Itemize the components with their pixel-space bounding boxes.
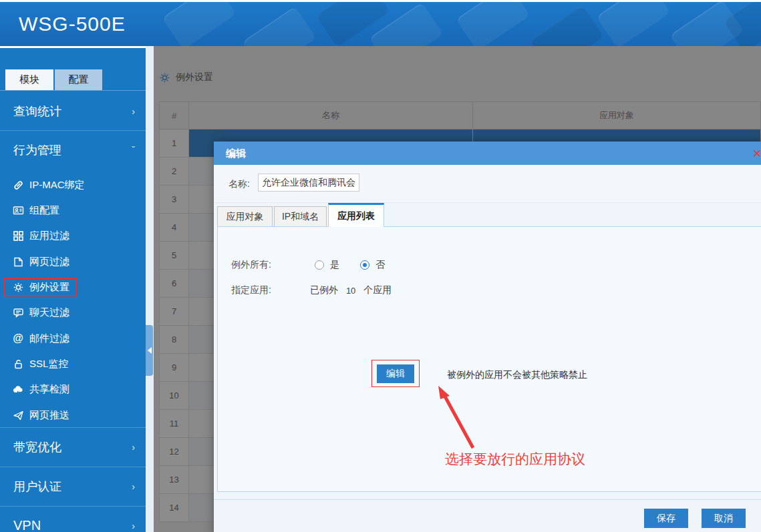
tab-label: 应用列表: [337, 210, 375, 222]
apps-icon: [12, 230, 24, 242]
edit-dialog-title: 编辑: [226, 148, 246, 160]
save-button[interactable]: 保存: [644, 509, 688, 528]
sidebar-item-label: 网页推送: [29, 409, 69, 422]
sidebar-item-label: 共享检测: [29, 383, 69, 396]
sidebar-collapse-handle[interactable]: [146, 325, 153, 376]
share-icon: [12, 383, 24, 395]
exception-note: 被例外的应用不会被其他策略禁止: [447, 369, 587, 381]
cancel-button[interactable]: 取消: [702, 509, 746, 528]
sidebar-item-ip-mac-binding[interactable]: IP-MAC绑定: [0, 172, 146, 198]
name-field-row: 名称:: [214, 165, 761, 203]
annotation-arrow-icon: [418, 384, 498, 454]
sidebar-tab-modules[interactable]: 模块: [5, 69, 53, 90]
sidebar-item-label: 邮件过滤: [29, 332, 69, 345]
webpage-icon: [12, 256, 24, 268]
sidebar-item-group-config[interactable]: 组配置: [0, 198, 146, 223]
chevron-right-icon: ›: [132, 521, 135, 531]
footer-divider: [214, 499, 761, 500]
tab-application-list[interactable]: 应用列表: [328, 203, 384, 227]
sidebar-tab-config-label: 配置: [69, 73, 89, 86]
edit-dialog: 编辑 ✕ 名称: 应用对象 IP和域名 应用列表 例外所有: 是 否: [214, 142, 761, 532]
edit-apps-button[interactable]: 编辑: [377, 364, 414, 383]
name-field-label: 名称:: [229, 178, 250, 190]
sidebar-section-behavior-mgmt[interactable]: 行为管理 ˇ: [0, 131, 146, 169]
sidebar-item-app-filter[interactable]: 应用过滤: [0, 223, 146, 248]
chevron-right-icon: ›: [132, 442, 135, 453]
sidebar-item-exception-settings[interactable]: 例外设置: [0, 274, 146, 300]
close-icon[interactable]: ✕: [752, 147, 761, 161]
specified-app-row: 指定应用: 已例外 10 个应用: [231, 284, 392, 296]
except-all-label: 例外所有:: [231, 259, 271, 271]
tab-application-target[interactable]: 应用对象: [217, 206, 273, 227]
sidebar-item-label: 组配置: [29, 204, 59, 217]
radio-yes[interactable]: [315, 260, 324, 270]
sidebar-section-bandwidth[interactable]: 带宽优化 ›: [0, 428, 146, 466]
section-label: 用户认证: [13, 479, 61, 495]
sidebar-item-label: 例外设置: [29, 281, 69, 294]
wsg-500e-window: WSG-500E 模块 配置 查询统计 › 行为管理 ˇ: [0, 0, 761, 532]
app-title: WSG-500E: [19, 13, 126, 35]
sidebar-item-mail-filter[interactable]: @ 邮件过滤: [0, 326, 146, 351]
section-label: VPN: [13, 518, 41, 532]
gear-icon: [12, 281, 24, 293]
edit-dialog-header: 编辑 ✕: [214, 142, 761, 165]
group-icon: [12, 204, 24, 216]
application-list-panel: 例外所有: 是 否 指定应用: 已例外 10 个应用 编辑 被例外的应用不会被其…: [217, 226, 761, 492]
link-icon: [12, 179, 24, 191]
at-icon: @: [12, 332, 24, 344]
sidebar-gap: [146, 46, 154, 532]
name-input[interactable]: [258, 174, 359, 192]
chevron-right-icon: ›: [132, 106, 135, 117]
sidebar-item-label: IP-MAC绑定: [29, 179, 85, 192]
specified-app-label: 指定应用:: [231, 284, 271, 296]
annotation-text: 选择要放行的应用协议: [445, 450, 585, 469]
sidebar-section-query-stats[interactable]: 查询统计 ›: [0, 92, 146, 130]
sidebar-item-label: 网页过滤: [29, 256, 69, 268]
chevron-down-icon: ˇ: [132, 145, 135, 156]
section-label: 带宽优化: [13, 439, 61, 455]
except-all-row: 例外所有: 是 否: [231, 259, 385, 271]
sidebar-tab-modules-label: 模块: [19, 73, 39, 86]
section-label: 查询统计: [13, 103, 61, 119]
chat-icon: [12, 306, 24, 318]
tab-ip-and-domain[interactable]: IP和域名: [274, 206, 327, 227]
send-icon: [12, 409, 24, 421]
collapse-arrow-icon: [148, 347, 152, 354]
sidebar-item-label: 聊天过滤: [29, 306, 69, 319]
excepted-count-suffix: 个应用: [363, 284, 392, 296]
radio-yes-label[interactable]: 是: [330, 259, 339, 271]
top-banner: WSG-500E: [0, 2, 761, 46]
sidebar-item-web-filter[interactable]: 网页过滤: [0, 249, 146, 274]
radio-no-label[interactable]: 否: [375, 259, 385, 271]
lock-icon: [12, 358, 24, 370]
sidebar-tabs-underline: [0, 90, 146, 91]
excepted-count-value: 10: [346, 286, 355, 296]
sidebar-tab-config[interactable]: 配置: [55, 69, 102, 90]
sidebar-item-share-detection[interactable]: 共享检测: [0, 376, 146, 402]
sidebar-item-ssl-monitor[interactable]: SSL监控: [0, 351, 146, 376]
sidebar-section-user-auth[interactable]: 用户认证 ›: [0, 467, 146, 505]
sidebar-item-web-push[interactable]: 网页推送: [0, 403, 146, 428]
radio-no[interactable]: [360, 260, 369, 270]
sidebar-section-vpn[interactable]: VPN ›: [0, 507, 146, 532]
sidebar: 模块 配置 查询统计 › 行为管理 ˇ IP-MAC绑定: [0, 48, 146, 532]
chevron-right-icon: ›: [132, 481, 135, 492]
sidebar-item-label: SSL监控: [29, 358, 68, 370]
sidebar-item-label: 应用过滤: [29, 230, 69, 242]
sidebar-item-chat-filter[interactable]: 聊天过滤: [0, 300, 146, 325]
tab-label: 应用对象: [226, 211, 264, 223]
section-label: 行为管理: [13, 142, 61, 158]
excepted-count-prefix: 已例外: [310, 284, 338, 296]
tab-label: IP和域名: [282, 211, 319, 223]
